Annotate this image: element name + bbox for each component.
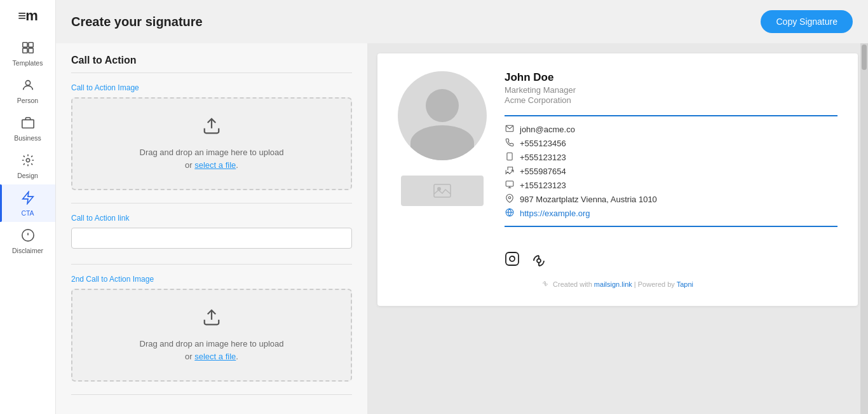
svg-point-4 [25,81,30,85]
templates-label: Templates [13,59,43,67]
sig-body: John Doe Marketing Manager Acme Corporat… [398,71,837,270]
page-header: Create your signature Copy Signature [56,0,868,43]
upload-icon-2 [202,308,221,331]
divider-1 [71,203,352,204]
sig-name: John Doe [505,71,837,84]
avatar-head [426,89,459,122]
page-title: Create your signature [71,15,203,29]
copy-signature-button[interactable]: Copy Signature [761,10,853,33]
cta-2nd-upload-area[interactable]: Drag and drop an image here to upload or… [71,289,352,382]
footer-text: Created with [553,280,594,288]
select-file-link-2[interactable]: select a file [194,352,236,361]
scrollbar-thumb [862,45,867,70]
sidebar: ≡m Templates Person Busine [0,0,56,414]
cta-link-label: Call to Action link [71,214,352,223]
sig-company: Acme Corporation [505,95,837,105]
disclaimer-icon [21,228,35,244]
section-title: Call to Action [71,43,352,73]
phone-icon [505,138,515,149]
svg-rect-24 [506,252,519,265]
mobile-icon [505,152,515,163]
svg-marker-7 [22,192,33,204]
website-icon [505,208,515,219]
contact-phone: +555123456 [505,138,837,149]
address-value: 987 Mozartplatz Vienna, Austria 1010 [520,195,657,204]
cta-image-group: Call to Action Image Drag and drop an im… [71,83,352,190]
svg-point-26 [537,259,541,263]
avatar [398,71,487,160]
design-icon [21,153,35,169]
divider-3 [71,394,352,395]
social-icons [505,246,837,270]
left-panel: Call to Action Call to Action Image [56,43,367,414]
cta-upload-area[interactable]: Drag and drop an image here to upload or… [71,97,352,190]
upload-text: Drag and drop an image here to upload or… [140,146,284,171]
website-value[interactable]: https://example.org [520,209,590,218]
svg-point-21 [508,197,511,199]
select-file-link[interactable]: select a file [194,160,236,170]
business-label: Business [14,134,41,142]
sidebar-item-person[interactable]: Person [0,72,55,109]
preview-scrollbar[interactable] [860,43,868,414]
contact-fax: +555987654 [505,166,837,177]
sig-job-title: Marketing Manager [505,85,837,95]
right-panel: John Doe Marketing Manager Acme Corporat… [367,43,868,414]
svg-rect-13 [434,184,451,197]
tapni-icon [531,251,546,270]
upload-icon [202,116,221,140]
contact-email: john@acme.co [505,124,837,135]
sig-info: John Doe Marketing Manager Acme Corporat… [505,71,837,270]
address-icon [505,194,515,205]
design-label: Design [17,172,38,179]
svg-point-6 [26,158,30,162]
business-icon [21,116,35,132]
signature-preview: John Doe Marketing Manager Acme Corporat… [377,53,858,306]
sidebar-item-templates[interactable]: Templates [0,34,55,72]
cta-label: CTA [21,209,34,217]
disclaimer-label: Disclaimer [12,247,43,254]
upload-text-2: Drag and drop an image here to upload or… [140,338,284,362]
app-logo: ≡m [18,8,37,24]
cta-link-group: Call to Action link [71,214,352,259]
sig-divider-2 [505,226,837,227]
sidebar-item-cta[interactable]: CTA [0,184,55,222]
main-content: Create your signature Copy Signature Cal… [56,0,868,414]
person-label: Person [17,97,38,104]
phone-value: +555123456 [520,139,566,148]
cta-placeholder [433,184,451,198]
divider-2 [71,264,352,265]
footer-sep: | Powered by [634,280,677,288]
sidebar-item-disclaimer[interactable]: Disclaimer [0,222,55,259]
svg-rect-2 [22,48,27,53]
contact-website: https://example.org [505,208,837,219]
svg-rect-18 [506,181,513,186]
cta-icon [21,191,35,207]
cta-2nd-image-group: 2nd Call to Action Image Drag and drop a… [71,275,352,382]
svg-point-27 [545,283,546,285]
contact-mobile: +555123123 [505,152,837,163]
email-icon [505,124,515,135]
svg-rect-16 [507,153,512,160]
fax2-icon [505,180,515,191]
contact-fax2: +155123123 [505,180,837,191]
avatar-body [410,125,474,160]
fax-icon [505,166,515,177]
sig-divider [505,115,837,116]
svg-rect-3 [28,48,32,53]
footer-tapni-link[interactable]: Tapni [677,280,693,288]
mobile-value: +555123123 [520,153,566,162]
contact-address: 987 Mozartplatz Vienna, Austria 1010 [505,194,837,205]
svg-rect-1 [28,43,32,47]
sidebar-item-design[interactable]: Design [0,147,55,184]
templates-icon [21,41,35,57]
email-value: john@acme.co [520,125,575,134]
cta-image-preview [401,176,484,206]
footer-mailsign-link[interactable]: mailsign.link [594,280,632,288]
fax-value: +555987654 [520,167,566,176]
svg-rect-0 [22,43,27,47]
fax2-value: +155123123 [520,181,566,190]
sidebar-item-business[interactable]: Business [0,109,55,147]
cta-link-input[interactable] [71,228,352,249]
left-panel-scroll[interactable]: Call to Action Call to Action Image [56,43,367,414]
cta-2nd-image-label: 2nd Call to Action Image [71,275,352,284]
